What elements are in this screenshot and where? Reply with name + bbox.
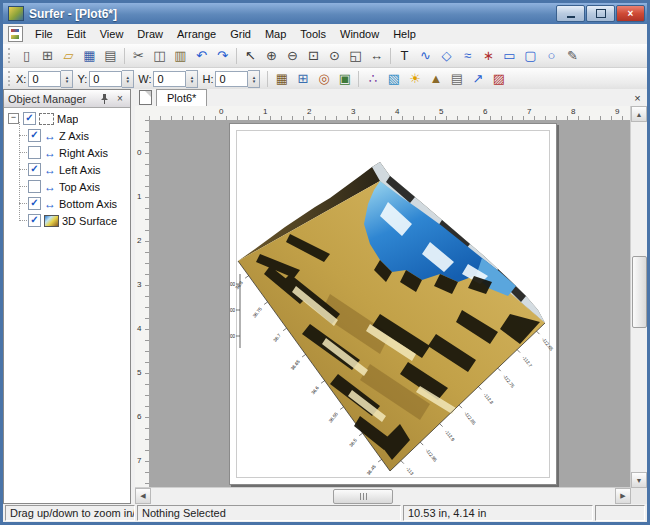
field-spinner[interactable]: ▴▾: [186, 70, 198, 88]
visibility-checkbox[interactable]: ✓: [28, 197, 41, 210]
save-button[interactable]: ▦: [79, 46, 100, 66]
visibility-checkbox[interactable]: ✓: [28, 214, 41, 227]
cut-button[interactable]: ✂: [128, 46, 149, 66]
plot-canvas[interactable]: 36.836.7536.736.6536.636.5536.536.45-113…: [149, 120, 631, 488]
tree-item-bottom-axis[interactable]: ✓↔Bottom Axis: [6, 195, 130, 212]
panel-close-button[interactable]: ×: [112, 91, 128, 106]
menu-arrange[interactable]: Arrange: [170, 25, 223, 43]
new-base-map-button[interactable]: ▣: [334, 69, 355, 89]
toolbar-grip[interactable]: [8, 48, 13, 63]
new-worksheet-button[interactable]: ⊞: [37, 46, 58, 66]
new-3d-surface-button[interactable]: ▲: [425, 69, 446, 89]
polyline-button[interactable]: ∿: [415, 46, 436, 66]
reshape-button[interactable]: ✎: [562, 46, 583, 66]
plot-document-icon[interactable]: [8, 26, 23, 42]
document-close-button[interactable]: ×: [630, 91, 645, 105]
maximize-button[interactable]: [586, 5, 615, 22]
window-title: Surfer - [Plot6*]: [29, 7, 117, 21]
tree-item-z-axis[interactable]: ✓↔Z Axis: [6, 127, 130, 144]
axis-tick: [440, 424, 443, 427]
open-button[interactable]: ▱: [58, 46, 79, 66]
field-input[interactable]: 0: [215, 71, 248, 87]
tree-item-map[interactable]: −✓Map: [6, 110, 130, 127]
undo-button[interactable]: ↶: [191, 46, 212, 66]
toolbar-position: X:0▴▾Y:0▴▾W:0▴▾H:0▴▾ ▦⊞◎▣∴▧☀▲▤↗▨: [3, 68, 647, 90]
copy-button[interactable]: ◫: [149, 46, 170, 66]
3d-surface-map[interactable]: 36.836.7536.736.6536.636.5536.536.45-113…: [230, 124, 556, 484]
toolbar-main: ▯⊞▱▦▤✂◫▥↶↷↖⊕⊖⊡⊙◱↔T∿◇≈∗▭▢○✎: [3, 44, 647, 68]
print-button[interactable]: ▤: [100, 46, 121, 66]
rounded-rectangle-button[interactable]: ▢: [520, 46, 541, 66]
menu-window[interactable]: Window: [333, 25, 386, 43]
menu-edit[interactable]: Edit: [60, 25, 93, 43]
visibility-checkbox[interactable]: ✓: [23, 112, 36, 125]
zoom-page-button[interactable]: ◱: [345, 46, 366, 66]
horizontal-scroll-thumb[interactable]: [333, 489, 393, 504]
object-manager-header[interactable]: Object Manager ×: [4, 90, 130, 108]
collapse-icon[interactable]: −: [8, 113, 19, 124]
spline-button[interactable]: ≈: [457, 46, 478, 66]
horizontal-scrollbar[interactable]: ◀ ▶: [135, 487, 631, 504]
toolbar-grip[interactable]: [8, 71, 13, 86]
polygon-button[interactable]: ◇: [436, 46, 457, 66]
scroll-down-button[interactable]: ▼: [631, 472, 647, 488]
scroll-right-button[interactable]: ▶: [615, 488, 631, 504]
new-image-map-button[interactable]: ▨: [488, 69, 509, 89]
title-bar[interactable]: Surfer - [Plot6*] ×: [3, 3, 647, 24]
zoom-realtime-button[interactable]: ⊙: [324, 46, 345, 66]
axis-tick-label: 1000: [230, 334, 235, 339]
rectangle-button[interactable]: ▭: [499, 46, 520, 66]
pan-button[interactable]: ↔: [366, 46, 387, 66]
menu-file[interactable]: File: [28, 25, 60, 43]
tree-item-left-axis[interactable]: ✓↔Left Axis: [6, 161, 130, 178]
field-input[interactable]: 0: [153, 71, 186, 87]
close-button[interactable]: ×: [616, 5, 645, 22]
field-spinner[interactable]: ▴▾: [122, 70, 134, 88]
visibility-checkbox[interactable]: ✓: [28, 163, 41, 176]
vertical-scrollbar[interactable]: ▲ ▼: [630, 106, 647, 488]
zoom-rectangle-button[interactable]: ⊡: [303, 46, 324, 66]
text-button[interactable]: T: [394, 46, 415, 66]
new-plot-button[interactable]: ▯: [16, 46, 37, 66]
pointer-button[interactable]: ↖: [240, 46, 261, 66]
pin-icon[interactable]: [96, 91, 112, 106]
new-post-map-button[interactable]: ∴: [362, 69, 383, 89]
new-3d-wireframe-button[interactable]: ▤: [446, 69, 467, 89]
vertical-scroll-thumb[interactable]: [632, 256, 647, 328]
menu-tools[interactable]: Tools: [293, 25, 333, 43]
visibility-checkbox[interactable]: [28, 146, 41, 159]
zoom-out-button[interactable]: ⊖: [282, 46, 303, 66]
ellipse-button[interactable]: ○: [541, 46, 562, 66]
grid-node-editor-button[interactable]: ⊞: [292, 69, 313, 89]
scroll-up-button[interactable]: ▲: [631, 106, 647, 122]
tree-item-3d-surface[interactable]: ✓3D Surface: [6, 212, 130, 229]
tree-item-top-axis[interactable]: ↔Top Axis: [6, 178, 130, 195]
ruler-number: 6: [483, 107, 487, 116]
new-vector-map-button[interactable]: ↗: [467, 69, 488, 89]
field-input[interactable]: 0: [89, 71, 122, 87]
new-color-relief-map-button[interactable]: ▧: [383, 69, 404, 89]
field-spinner[interactable]: ▴▾: [248, 70, 260, 88]
scroll-left-button[interactable]: ◀: [135, 488, 151, 504]
field-spinner[interactable]: ▴▾: [61, 70, 73, 88]
zoom-in-button[interactable]: ⊕: [261, 46, 282, 66]
visibility-checkbox[interactable]: ✓: [28, 129, 41, 142]
redo-button[interactable]: ↷: [212, 46, 233, 66]
menu-help[interactable]: Help: [386, 25, 423, 43]
grid-data-button[interactable]: ▦: [271, 69, 292, 89]
tree-item-right-axis[interactable]: ↔Right Axis: [6, 144, 130, 161]
axis-tick-label: 36.45: [366, 464, 377, 476]
menu-grid[interactable]: Grid: [223, 25, 258, 43]
minimize-button[interactable]: [556, 5, 585, 22]
menu-map[interactable]: Map: [258, 25, 293, 43]
symbol-button[interactable]: ∗: [478, 46, 499, 66]
new-shaded-relief-map-button[interactable]: ☀: [404, 69, 425, 89]
menu-view[interactable]: View: [93, 25, 131, 43]
field-input[interactable]: 0: [28, 71, 61, 87]
menu-draw[interactable]: Draw: [130, 25, 170, 43]
new-contour-map-button[interactable]: ◎: [313, 69, 334, 89]
paste-button[interactable]: ▥: [170, 46, 191, 66]
visibility-checkbox[interactable]: [28, 180, 41, 193]
page[interactable]: 36.836.7536.736.6536.636.5536.536.45-113…: [229, 123, 557, 485]
tab-plot6[interactable]: Plot6*: [156, 89, 207, 106]
